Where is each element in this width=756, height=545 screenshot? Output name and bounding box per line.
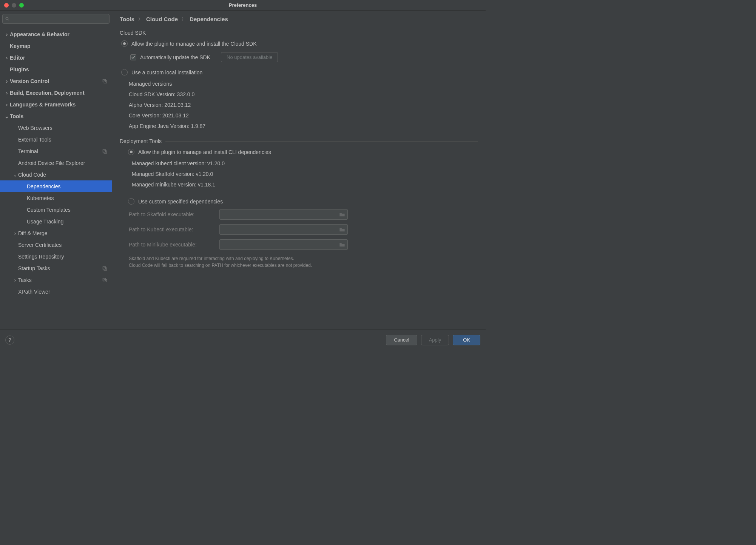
path-kubectl-input[interactable] bbox=[219, 224, 348, 235]
folder-icon[interactable] bbox=[339, 212, 345, 217]
search-icon bbox=[5, 16, 10, 22]
sidebar-item-web-browsers[interactable]: Web Browsers bbox=[0, 122, 112, 134]
hint-line-2: Cloud Code will fall back to searching o… bbox=[129, 262, 478, 269]
chevron-right-icon: › bbox=[12, 277, 18, 283]
sidebar-item-languages-frameworks[interactable]: ›Languages & Frameworks bbox=[0, 99, 112, 110]
main: ›Appearance & BehaviorKeymap›EditorPlugi… bbox=[0, 11, 486, 329]
hint-line-1: Skaffold and Kubectl are required for in… bbox=[129, 255, 478, 262]
managed-versions-block: Managed versions Cloud SDK Version: 332.… bbox=[129, 79, 478, 131]
sidebar-item-diff-merge[interactable]: ›Diff & Merge bbox=[0, 227, 112, 239]
chevron-right-icon: › bbox=[4, 78, 10, 84]
sidebar-item-version-control[interactable]: ›Version Control bbox=[0, 75, 112, 87]
managed-skaffold: Managed Skaffold version: v1.20.0 bbox=[132, 169, 478, 179]
sidebar-item-label: Languages & Frameworks bbox=[10, 102, 76, 108]
maximize-window-button[interactable] bbox=[19, 3, 24, 8]
sidebar-item-label: Custom Templates bbox=[27, 207, 71, 213]
sidebar-item-tasks[interactable]: ›Tasks bbox=[0, 274, 112, 286]
path-minikube-input[interactable] bbox=[219, 239, 348, 250]
radio-sdk-managed[interactable] bbox=[121, 40, 128, 47]
sidebar-item-label: Build, Execution, Deployment bbox=[10, 90, 85, 96]
sdk-version: Cloud SDK Version: 332.0.0 bbox=[129, 89, 478, 100]
managed-kubectl: Managed kubectl client version: v1.20.0 bbox=[132, 158, 478, 169]
chevron-down-icon: ⌄ bbox=[4, 113, 10, 119]
sidebar-item-kubernetes[interactable]: Kubernetes bbox=[0, 192, 112, 204]
chevron-right-icon: 〉 bbox=[138, 16, 142, 22]
content-scroll: Cloud SDK Allow the plugin to manage and… bbox=[112, 26, 486, 329]
breadcrumb-tools[interactable]: Tools bbox=[120, 16, 134, 22]
sidebar-item-keymap[interactable]: Keymap bbox=[0, 40, 112, 52]
radio-sdk-custom-row[interactable]: Use a custom local installation bbox=[121, 69, 478, 75]
section-deployment-header: Deployment Tools bbox=[120, 138, 478, 144]
sidebar-item-terminal[interactable]: Terminal bbox=[0, 145, 112, 157]
sidebar-item-external-tools[interactable]: External Tools bbox=[0, 134, 112, 145]
chevron-right-icon: › bbox=[4, 102, 10, 108]
folder-icon[interactable] bbox=[339, 242, 345, 247]
sidebar-item-label: Appearance & Behavior bbox=[10, 31, 69, 37]
radio-sdk-managed-row[interactable]: Allow the plugin to manage and install t… bbox=[121, 40, 478, 47]
sidebar-item-usage-tracking[interactable]: Usage Tracking bbox=[0, 216, 112, 227]
alpha-version: Alpha Version: 2021.03.12 bbox=[129, 100, 478, 110]
close-window-button[interactable] bbox=[4, 3, 9, 8]
path-kubectl-field[interactable] bbox=[222, 227, 339, 232]
path-minikube-field[interactable] bbox=[222, 242, 339, 248]
path-skaffold-field[interactable] bbox=[222, 212, 339, 217]
path-skaffold-input[interactable] bbox=[219, 209, 348, 220]
chevron-right-icon: › bbox=[4, 90, 10, 96]
hint-text: Skaffold and Kubectl are required for in… bbox=[129, 255, 478, 269]
sidebar-item-label: Android Device File Explorer bbox=[18, 160, 85, 166]
help-button[interactable]: ? bbox=[5, 336, 14, 345]
breadcrumb-dependencies: Dependencies bbox=[190, 16, 228, 22]
sidebar-item-label: Version Control bbox=[10, 78, 49, 84]
sidebar-item-label: Web Browsers bbox=[18, 125, 52, 131]
chevron-right-icon: › bbox=[12, 230, 18, 236]
radio-cli-managed[interactable] bbox=[128, 149, 134, 155]
sidebar-item-server-certificates[interactable]: Server Certificates bbox=[0, 239, 112, 251]
radio-cli-custom[interactable] bbox=[128, 198, 134, 205]
project-settings-icon bbox=[102, 277, 107, 283]
sidebar-item-label: Tools bbox=[10, 113, 23, 119]
divider bbox=[165, 141, 478, 142]
sidebar-item-label: Editor bbox=[10, 55, 25, 61]
sidebar-item-build-execution-deployment[interactable]: ›Build, Execution, Deployment bbox=[0, 87, 112, 99]
sidebar-item-startup-tasks[interactable]: Startup Tasks bbox=[0, 262, 112, 274]
sidebar-item-label: Terminal bbox=[18, 148, 38, 154]
managed-minikube: Managed minikube version: v1.18.1 bbox=[132, 179, 478, 190]
sidebar-item-label: Diff & Merge bbox=[18, 230, 48, 236]
svg-point-0 bbox=[6, 17, 8, 20]
sidebar-item-tools[interactable]: ⌄Tools bbox=[0, 110, 112, 122]
radio-cli-custom-label: Use custom specified dependencies bbox=[138, 199, 223, 205]
checkbox-auto-update-label: Automatically update the SDK bbox=[140, 54, 210, 60]
radio-cli-managed-label: Allow the plugin to manage and install C… bbox=[138, 149, 271, 155]
sidebar-item-plugins[interactable]: Plugins bbox=[0, 63, 112, 75]
sidebar-item-label: Keymap bbox=[10, 43, 30, 49]
minimize-window-button[interactable] bbox=[12, 3, 16, 8]
sidebar-item-settings-repository[interactable]: Settings Repository bbox=[0, 251, 112, 262]
apply-button[interactable]: Apply bbox=[421, 335, 449, 345]
sidebar-item-cloud-code[interactable]: ⌄Cloud Code bbox=[0, 169, 112, 180]
sidebar-item-android-device-file-explorer[interactable]: Android Device File Explorer bbox=[0, 157, 112, 169]
chevron-right-icon: 〉 bbox=[182, 16, 186, 22]
radio-cli-custom-row[interactable]: Use custom specified dependencies bbox=[128, 198, 478, 205]
breadcrumb-cloud-code[interactable]: Cloud Code bbox=[146, 16, 178, 22]
sidebar-item-custom-templates[interactable]: Custom Templates bbox=[0, 204, 112, 216]
section-deployment-title: Deployment Tools bbox=[120, 138, 162, 144]
sidebar-item-editor[interactable]: ›Editor bbox=[0, 52, 112, 63]
radio-sdk-managed-label: Allow the plugin to manage and install t… bbox=[131, 41, 257, 47]
path-skaffold-label: Path to Skaffold executable: bbox=[129, 211, 212, 217]
radio-cli-managed-row[interactable]: Allow the plugin to manage and install C… bbox=[128, 149, 478, 155]
checkbox-auto-update[interactable] bbox=[130, 54, 136, 60]
core-version: Core Version: 2021.03.12 bbox=[129, 110, 478, 121]
cancel-button[interactable]: Cancel bbox=[386, 335, 417, 345]
sidebar-item-xpath-viewer[interactable]: XPath Viewer bbox=[0, 286, 112, 297]
search-input[interactable] bbox=[2, 14, 110, 24]
sidebar-item-appearance-behavior[interactable]: ›Appearance & Behavior bbox=[0, 28, 112, 40]
sidebar-item-label: Server Certificates bbox=[18, 242, 62, 248]
search-field[interactable] bbox=[11, 16, 107, 22]
breadcrumb: Tools 〉 Cloud Code 〉 Dependencies bbox=[112, 11, 486, 26]
project-settings-icon bbox=[102, 266, 107, 271]
sidebar-item-label: Kubernetes bbox=[27, 195, 54, 201]
folder-icon[interactable] bbox=[339, 227, 345, 232]
ok-button[interactable]: OK bbox=[453, 335, 480, 345]
radio-sdk-custom[interactable] bbox=[121, 69, 128, 75]
sidebar-item-dependencies[interactable]: Dependencies bbox=[0, 180, 112, 192]
